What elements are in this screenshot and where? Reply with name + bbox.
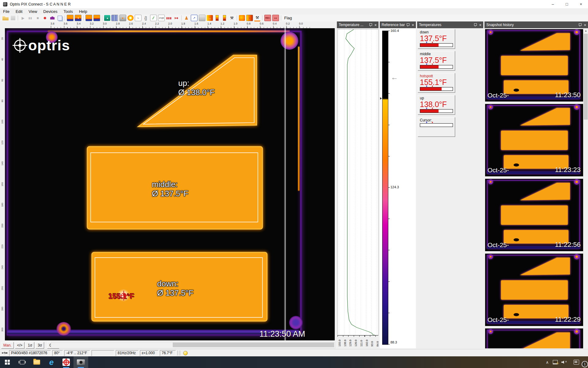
- profile-axis-label: 102.0: [365, 339, 368, 347]
- thermal-window-arrow-icon[interactable]: ◂: [75, 15, 81, 21]
- thermal-image-view[interactable]: optris up: Ø 138.0°F middle: Ø 137.5°F d…: [5, 28, 335, 340]
- start-button[interactable]: [0, 356, 15, 368]
- snapshot-item[interactable]: Oct-25- 11:23:50: [485, 29, 583, 102]
- ruler-top-label: 3.8: [46, 22, 59, 25]
- snapshot-item[interactable]: [485, 328, 583, 348]
- tools-hammer-icon[interactable]: ⚒: [229, 15, 235, 21]
- vertical-bars-icon[interactable]: [216, 15, 219, 21]
- camera-app-button[interactable]: [74, 356, 88, 368]
- internet-explorer-button[interactable]: e: [44, 356, 59, 368]
- device-id-field: PI400/450 #18072076: [9, 350, 51, 356]
- menu-tools[interactable]: Tools: [61, 9, 76, 14]
- action-center-button[interactable]: 1: [567, 356, 586, 368]
- brace-icon[interactable]: {|: [143, 15, 149, 21]
- menu-help[interactable]: Help: [76, 9, 90, 14]
- snapshot-scrollbar[interactable]: ▲: [583, 28, 588, 348]
- usb-icon: [2, 351, 8, 355]
- thermal-window-icon[interactable]: [67, 15, 74, 21]
- red-arrow-icon[interactable]: ↦: [173, 15, 179, 21]
- video-rec-icon[interactable]: REC: [264, 15, 271, 21]
- open-icon[interactable]: [2, 15, 9, 21]
- scale-range-button[interactable]: </>: [15, 342, 24, 349]
- colorbar-arrow-icon[interactable]: →: [207, 15, 213, 21]
- close-icon[interactable]: ×: [412, 23, 414, 27]
- flag-label[interactable]: Flag: [284, 16, 292, 20]
- close-icon[interactable]: ×: [374, 23, 377, 27]
- profile-curve-icon[interactable]: ~: [135, 15, 141, 21]
- tray-chevron-icon[interactable]: ∧: [543, 356, 551, 368]
- snapshot-item[interactable]: Oct-25- 11:22:56: [485, 179, 583, 251]
- menu-devices[interactable]: Devices: [40, 9, 60, 14]
- profile-axis-label: 84.0: [376, 341, 379, 347]
- hotspot-person-icon[interactable]: ♟: [183, 15, 190, 21]
- three-sigma-button[interactable]: 3σ: [36, 342, 44, 349]
- menu-file[interactable]: File: [0, 9, 13, 14]
- red-bars-icon[interactable]: ▮▮▮: [166, 15, 172, 21]
- network-warning-icon[interactable]: ⚠: [551, 356, 559, 368]
- scrollbar-up-icon[interactable]: ▲: [583, 28, 588, 33]
- ruler-top-label: 0.0: [294, 22, 307, 25]
- temp-card-up: up 138.0°F ▼▼: [418, 95, 455, 115]
- snapshot-item[interactable]: Oct-25- 11:23:23: [485, 104, 583, 176]
- reference-mid-label: 124.3: [390, 185, 399, 189]
- print-icon[interactable]: ●: [119, 15, 126, 21]
- hammer-color-icon[interactable]: ⚒: [254, 15, 260, 21]
- reference-color-bar[interactable]: [382, 31, 388, 345]
- pin-icon[interactable]: [474, 23, 477, 27]
- down-area-label: down: Ø 137.5°F: [157, 279, 194, 297]
- stop-icon[interactable]: ■: [35, 15, 41, 21]
- pin-icon[interactable]: [579, 23, 581, 27]
- pin-icon[interactable]: [406, 23, 409, 27]
- task-view-button[interactable]: [15, 356, 29, 368]
- minimize-button[interactable]: –: [546, 0, 560, 8]
- temperatures-header: Temperatures ×: [417, 21, 483, 28]
- gray-box-icon[interactable]: [199, 15, 205, 21]
- reference-drag-arrow-icon[interactable]: ←: [391, 73, 398, 82]
- windows-logo-icon: [5, 360, 10, 365]
- temp-bar: ▼▼: [420, 43, 453, 47]
- ruler-top-label: 2.6: [124, 22, 138, 25]
- optris-app-button[interactable]: [59, 356, 74, 368]
- lamp-indicator-icon[interactable]: [183, 351, 188, 355]
- horizontal-scrollbar[interactable]: [51, 342, 335, 348]
- orange-blob-icon[interactable]: [239, 15, 245, 21]
- histogram-icon[interactable]: [111, 15, 118, 21]
- thermal-display-icon[interactable]: [85, 15, 92, 21]
- manual-scale-button[interactable]: Man.: [1, 342, 14, 349]
- copy-icon[interactable]: [58, 16, 62, 21]
- file-explorer-button[interactable]: [29, 356, 44, 368]
- video-cam-icon[interactable]: ▸●: [272, 15, 279, 21]
- close-icon[interactable]: ×: [584, 23, 586, 27]
- temperature-profile-panel: Temperature ... × 155.0138.0129: [337, 21, 379, 348]
- play-icon[interactable]: ▶: [20, 15, 26, 21]
- volume-muted-icon[interactable]: ×: [559, 356, 567, 368]
- menu-view[interactable]: View: [25, 9, 40, 14]
- action-center-icon: [574, 360, 579, 365]
- thermal-palette-icon[interactable]: [93, 15, 100, 21]
- vertical-bars2-icon[interactable]: [223, 15, 226, 21]
- maximize-button[interactable]: □: [560, 0, 574, 8]
- color-wheel-icon[interactable]: [127, 15, 134, 21]
- colorbar-horizontal-icon[interactable]: ↕: [246, 15, 253, 21]
- horizontal-scrollbar-thumb[interactable]: [173, 343, 334, 347]
- snapshot-item[interactable]: Oct-25- 11:22:29: [485, 254, 583, 326]
- expand-view-icon[interactable]: ↗: [191, 15, 198, 21]
- status-bar: PI400/450 #18072076 80° -4°F .. 212°F 81…: [0, 349, 588, 357]
- ambient-temp-field: 76.7°F: [160, 350, 176, 356]
- close-button[interactable]: ×: [574, 0, 588, 8]
- snapshot-scrollbar-thumb[interactable]: [584, 34, 588, 120]
- temp-bar: ▼▼: [420, 87, 453, 91]
- pause-icon[interactable]: ▮▮: [27, 15, 33, 21]
- snapshot-camera-icon[interactable]: [50, 16, 55, 20]
- one-sigma-button[interactable]: 1σ: [26, 342, 34, 349]
- save-icon[interactable]: [11, 16, 15, 20]
- temp-scale-icon[interactable]: ⁄⁄: [150, 15, 157, 21]
- color-settings-icon[interactable]: ◂: [104, 15, 110, 21]
- profile-cursor-line[interactable]: [285, 28, 285, 340]
- close-icon[interactable]: ×: [479, 23, 481, 27]
- pin-icon[interactable]: [369, 23, 372, 27]
- record-icon[interactable]: ●: [42, 15, 48, 21]
- digits-display-icon[interactable]: 21|8: [158, 15, 165, 21]
- menu-edit[interactable]: Edit: [13, 9, 25, 14]
- snapshot-time: 11:22:56: [555, 241, 581, 249]
